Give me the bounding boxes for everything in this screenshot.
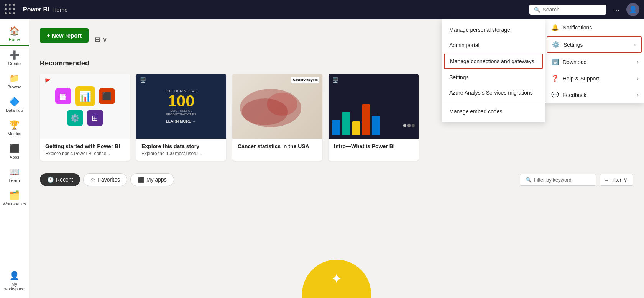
settings-arrow-icon: › [634, 42, 636, 47]
sidebar-item-create[interactable]: ➕ Create [0, 46, 29, 70]
sidebar-item-browse[interactable]: 📁 Browse [0, 70, 29, 93]
more-options-icon[interactable]: ··· [613, 5, 619, 14]
hat-shape: ✦ [302, 260, 371, 298]
book-number: 100 [168, 93, 194, 109]
manage-embed-label: Manage embed codes [449, 108, 503, 115]
card4-title: Intro—What is Power BI [334, 143, 413, 149]
manage-item-settings[interactable]: Settings [442, 70, 545, 85]
metrics-icon: 🏆 [9, 120, 20, 130]
manage-item-connections[interactable]: Manage connections and gateways [444, 54, 543, 69]
datahub-icon: 🔷 [9, 97, 20, 107]
brand-logo: Power BI Home [23, 6, 67, 13]
new-report-button[interactable]: + New report [40, 28, 89, 43]
sparkle-icon: ✦ [331, 271, 342, 287]
sidebar-item-home[interactable]: 🏠 Home [0, 22, 29, 46]
map-preview: Cancer Analytics [232, 74, 322, 139]
feedback-icon: 💬 [551, 91, 559, 98]
manage-admin-label: Admin portal [449, 42, 480, 48]
card2-type-icon: 🖥️ [140, 77, 146, 83]
favorites-icon: ☆ [90, 177, 95, 183]
sidebar-item-myworkspace[interactable]: 👤 My workspace [0, 267, 29, 295]
notifications-icon: 🔔 [551, 24, 559, 31]
helpsupport-arrow-icon: › [637, 76, 639, 81]
sidebar-label-metrics: Metrics [8, 131, 21, 136]
home-icon: 🏠 [9, 26, 20, 36]
card-getting-started[interactable]: 🚩 ▦ 📊 ⬛ ⚙️ ⊞ Getting started with Power … [40, 74, 130, 161]
new-report-label: + New report [47, 32, 82, 39]
card-intro-powerbi[interactable]: 🖥️ [329, 74, 419, 161]
tab-favorites[interactable]: ☆ Favorites [83, 173, 127, 186]
sidebar-label-myworkspace: My workspace [2, 282, 27, 291]
manage-item-admin[interactable]: Admin portal [442, 38, 545, 53]
card1-body: Getting started with Power BI Explore ba… [40, 139, 130, 161]
search-box[interactable]: 🔍 [529, 5, 606, 15]
brand-home-label: Home [52, 7, 67, 13]
settings-item-feedback[interactable]: 💬 Feedback › [544, 87, 644, 103]
download-label: Download [563, 59, 586, 65]
sidebar-item-learn[interactable]: 📖 Learn [0, 163, 29, 187]
notifications-label: Notifications [563, 25, 592, 31]
tab-myapps-label: My apps [146, 177, 167, 183]
recent-icon: 🕐 [47, 177, 54, 183]
sidebar-item-datahub[interactable]: 🔷 Data hub [0, 93, 29, 116]
learn-icon: 📖 [9, 167, 20, 177]
create-icon: ➕ [9, 50, 20, 60]
card1-desc: Explore basic Power BI conce... [45, 151, 125, 156]
manage-panel: Manage personal storage Admin portal Man… [442, 19, 545, 122]
view-toggle-button[interactable]: ⊟ ∨ [95, 35, 107, 44]
card-thumb-2: 🖥️ THE DEFINITIVE 100 MOST USEFULPRODUCT… [136, 74, 226, 139]
feedback-arrow-icon: › [637, 92, 639, 98]
manage-item-azure[interactable]: Azure Analysis Services migrations [442, 85, 545, 100]
bottom-decoration: ✦ [302, 260, 371, 298]
apps-icon: ⬛ [9, 144, 20, 154]
manage-azure-label: Azure Analysis Services migrations [449, 90, 533, 96]
sidebar-label-browse: Browse [7, 85, 21, 89]
settings-item-settings[interactable]: ⚙️ Settings › [547, 36, 642, 53]
helpsupport-icon: ❓ [551, 75, 559, 82]
manage-connections-label: Manage connections and gateways [450, 58, 534, 64]
tab-favorites-label: Favorites [98, 177, 120, 183]
sidebar-item-workspaces[interactable]: 🗂️ Workspaces [0, 187, 29, 210]
search-input[interactable] [542, 7, 596, 13]
app-grid-icon[interactable] [5, 4, 16, 15]
settings-label: Settings [564, 42, 583, 48]
tab-myapps[interactable]: ⬛ My apps [130, 173, 174, 186]
filter-chevron-icon: ∨ [624, 177, 628, 183]
card4-chart [329, 74, 419, 139]
card4-body: Intro—What is Power BI [329, 139, 419, 154]
sidebar-label-datahub: Data hub [6, 108, 23, 113]
sidebar-label-learn: Learn [9, 178, 20, 183]
myworkspace-icon: 👤 [9, 271, 20, 281]
sidebar-item-apps[interactable]: ⬛ Apps [0, 140, 29, 163]
sidebar-label-apps: Apps [10, 155, 19, 159]
book-cover: THE DEFINITIVE 100 MOST USEFULPRODUCTIVI… [136, 74, 226, 139]
settings-gear-icon: ⚙️ [552, 41, 560, 48]
settings-item-download[interactable]: ⬇️ Download › [544, 54, 644, 70]
filter-icon: ≡ [605, 177, 608, 183]
topbar: Power BI Home 🔍 ··· 👤 [0, 0, 644, 19]
card-cancer-stats[interactable]: 🖥️ Cancer Analytics [232, 74, 322, 161]
manage-item-embed[interactable]: Manage embed codes [442, 104, 545, 119]
card2-desc: Explore the 100 most useful ... [141, 151, 221, 156]
helpsupport-label: Help & Support [563, 75, 599, 82]
filter-button[interactable]: ≡ Filter ∨ [600, 174, 633, 186]
search-icon: 🔍 [534, 7, 540, 13]
settings-item-notifications[interactable]: 🔔 Notifications [544, 19, 644, 36]
card1-title: Getting started with Power BI [45, 143, 125, 149]
settings-item-helpsupport[interactable]: ❓ Help & Support › [544, 70, 644, 87]
brand-power-bi: Power BI [23, 6, 49, 13]
manage-item-storage[interactable]: Manage personal storage [442, 22, 545, 38]
card-thumb-4: 🖥️ [329, 74, 419, 139]
map-svg [232, 74, 322, 139]
tab-recent[interactable]: 🕐 Recent [40, 173, 80, 186]
tabs-row: 🕐 Recent ☆ Favorites ⬛ My apps 🔍 Filter … [40, 173, 633, 186]
sidebar-label-home: Home [9, 37, 20, 42]
sidebar-item-metrics[interactable]: 🏆 Metrics [0, 116, 29, 140]
settings-panel: 🔔 Notifications ⚙️ Settings › ⬇️ Downloa… [544, 19, 644, 103]
card-data-story[interactable]: 🖥️ THE DEFINITIVE 100 MOST USEFULPRODUCT… [136, 74, 226, 161]
card1-icon-purple: ⊞ [87, 110, 103, 126]
card-thumb-1: 🚩 ▦ 📊 ⬛ ⚙️ ⊞ [40, 74, 130, 139]
filter-keyword-box[interactable]: 🔍 Filter by keyword [520, 174, 596, 186]
sidebar: 🏠 Home ➕ Create 📁 Browse 🔷 Data hub 🏆 Me… [0, 19, 29, 298]
avatar[interactable]: 👤 [626, 3, 639, 16]
